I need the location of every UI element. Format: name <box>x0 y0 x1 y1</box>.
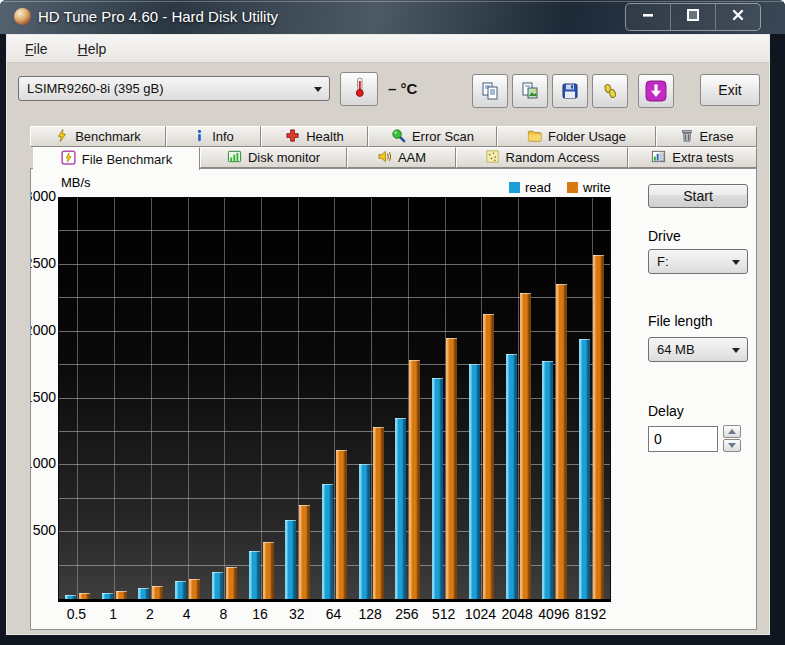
bar-pair <box>500 293 537 599</box>
bar-read-64 <box>322 484 333 599</box>
tab-label: Random Access <box>506 150 600 165</box>
gridline <box>188 198 189 599</box>
disk-monitor-icon <box>227 149 242 167</box>
tab-file-benchmark[interactable]: File Benchmark <box>33 147 200 170</box>
x-tick-label: 4 <box>183 606 191 622</box>
start-button-label: Start <box>683 188 713 204</box>
tab-aam[interactable]: AAM <box>347 147 456 168</box>
aam-icon <box>377 149 392 167</box>
bar-write-8 <box>226 567 237 599</box>
close-button[interactable] <box>715 4 760 30</box>
tab-disk-monitor[interactable]: Disk monitor <box>200 147 347 168</box>
tab-random-access[interactable]: Random Access <box>456 147 628 168</box>
file-length-dropdown[interactable]: 64 MB <box>648 337 748 362</box>
y-tick-label: 500 <box>30 522 56 538</box>
bar-pair <box>169 579 206 599</box>
legend-label: write <box>583 180 610 195</box>
tab-row-1: BenchmarkInfoHealthError ScanFolder Usag… <box>6 126 770 147</box>
spinner-up-button[interactable] <box>723 425 741 438</box>
category-group <box>243 198 280 599</box>
category-group <box>316 198 353 599</box>
menu-item-file[interactable]: File <box>19 39 54 59</box>
info-icon <box>193 128 206 146</box>
legend-swatch-read <box>509 182 520 193</box>
bar-pair <box>463 314 500 599</box>
tab-extra-tests[interactable]: Extra tests <box>628 147 757 168</box>
tab-erase[interactable]: Erase <box>656 126 757 147</box>
delay-input[interactable] <box>648 426 718 452</box>
health-icon <box>285 128 300 146</box>
copy-image-button[interactable] <box>512 74 548 108</box>
bar-read-8 <box>212 572 223 599</box>
x-tick-label: 256 <box>395 606 418 622</box>
file-length-dropdown-value: 64 MB <box>657 342 695 357</box>
options-button[interactable] <box>592 74 628 108</box>
gridline <box>151 198 152 599</box>
exit-button[interactable]: Exit <box>700 74 760 106</box>
tab-label: Error Scan <box>412 129 474 144</box>
spinner-down-button[interactable] <box>723 439 741 452</box>
arrow-up-icon <box>728 429 736 434</box>
category-group <box>390 198 427 599</box>
category-group <box>132 198 169 599</box>
bar-pair <box>316 450 353 599</box>
x-tick-label: 0.5 <box>67 606 86 622</box>
gridline <box>261 198 262 599</box>
x-tick-label: 32 <box>289 606 305 622</box>
bar-write-2048 <box>520 293 531 599</box>
tab-label: Erase <box>700 129 734 144</box>
bar-write-1024 <box>483 314 494 599</box>
drive-selector-value: LSIMR9260-8i (395 gB) <box>27 81 164 96</box>
tab-error-scan[interactable]: Error Scan <box>368 126 497 147</box>
window-controls <box>625 3 761 31</box>
x-tick-label: 4096 <box>538 606 569 622</box>
tab-label: Health <box>306 129 344 144</box>
drive-selector[interactable]: LSIMR9260-8i (395 gB) <box>18 76 330 101</box>
bar-read-32 <box>285 520 296 599</box>
update-button[interactable] <box>638 74 674 108</box>
temperature-button[interactable] <box>340 72 378 106</box>
chevron-down-icon <box>314 87 322 92</box>
minimize-button[interactable] <box>626 4 670 30</box>
chevron-down-icon <box>732 260 740 265</box>
y-tick-label: 1500 <box>30 389 56 405</box>
tab-info[interactable]: Info <box>166 126 261 147</box>
maximize-button[interactable] <box>670 4 715 30</box>
x-tick-label: 16 <box>252 606 268 622</box>
file-length-label: File length <box>648 313 713 329</box>
tab-health[interactable]: Health <box>261 126 368 147</box>
x-tick-label: 2048 <box>502 606 533 622</box>
y-tick-label: 1000 <box>30 455 56 471</box>
x-tick-label: 8192 <box>575 606 606 622</box>
bar-pair <box>390 360 427 599</box>
app-logo-icon <box>14 8 31 25</box>
file-benchmark-icon <box>61 150 76 168</box>
bar-pair <box>573 255 610 599</box>
legend-swatch-write <box>567 182 578 193</box>
menu-item-help[interactable]: Help <box>72 39 113 59</box>
drive-dropdown[interactable]: F: <box>648 249 748 274</box>
save-button[interactable] <box>552 74 588 108</box>
bar-read-512 <box>432 378 443 599</box>
close-icon <box>730 7 746 27</box>
bar-write-64 <box>336 450 347 599</box>
copy-text-button[interactable] <box>472 74 508 108</box>
bar-read-2048 <box>506 354 517 599</box>
minimize-icon <box>640 7 656 27</box>
drive-dropdown-value: F: <box>657 254 669 269</box>
gridline <box>114 198 115 599</box>
category-group <box>279 198 316 599</box>
tab-label: AAM <box>398 150 426 165</box>
x-tick-label: 512 <box>432 606 455 622</box>
bar-pair <box>59 593 96 599</box>
bar-write-0.5 <box>79 593 90 599</box>
client-area: FileHelp LSIMR9260-8i (395 gB) – °C Exit… <box>6 34 770 635</box>
start-button[interactable]: Start <box>648 184 748 208</box>
tab-folder-usage[interactable]: Folder Usage <box>497 126 656 147</box>
bar-pair <box>243 542 280 599</box>
thermometer-icon <box>349 76 369 102</box>
file-benchmark-page: MB/s readwrite 30002500200015001000500 0… <box>30 168 757 630</box>
category-group <box>500 198 537 599</box>
tab-benchmark[interactable]: Benchmark <box>30 126 166 147</box>
bar-write-128 <box>373 427 384 599</box>
